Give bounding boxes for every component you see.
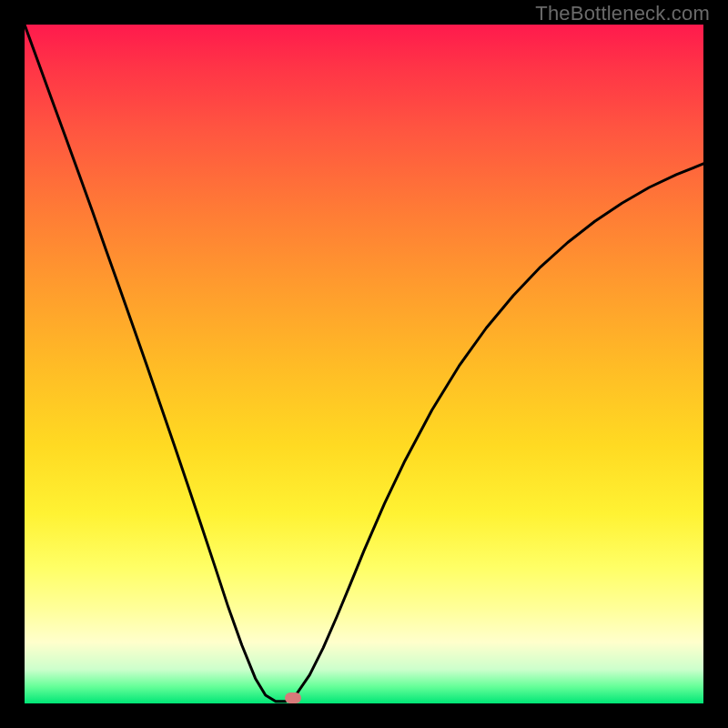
optimum-marker: [285, 693, 301, 703]
chart-frame: TheBottleneck.com: [0, 0, 728, 728]
bottleneck-curve: [25, 25, 703, 703]
watermark-text: TheBottleneck.com: [535, 2, 710, 25]
